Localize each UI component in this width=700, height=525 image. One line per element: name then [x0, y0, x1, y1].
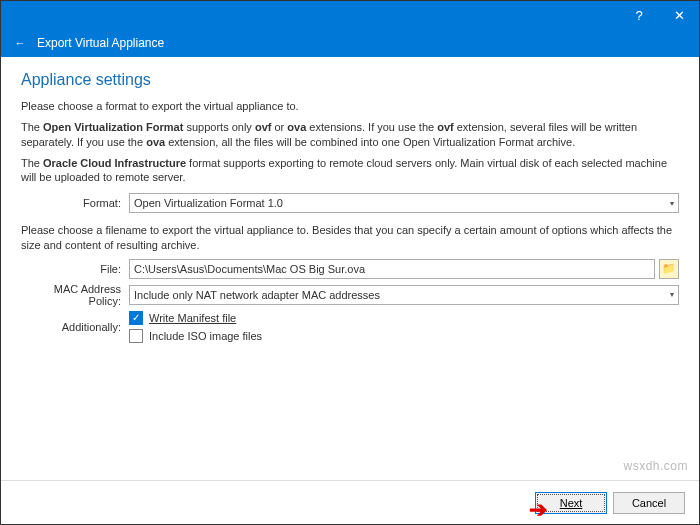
folder-icon: 📁 [662, 262, 676, 275]
intro-text-2: The Open Virtualization Format supports … [21, 120, 679, 150]
mac-policy-value: Include only NAT network adapter MAC add… [134, 289, 380, 301]
content-area: Appliance settings Please choose a forma… [1, 57, 699, 480]
cancel-button[interactable]: Cancel [613, 492, 685, 514]
format-select[interactable]: Open Virtualization Format 1.0 ▾ [129, 193, 679, 213]
titlebar: ? ✕ [1, 1, 699, 29]
mac-policy-label: MAC Address Policy: [21, 283, 129, 307]
export-dialog: ? ✕ ← Export Virtual Appliance Appliance… [0, 0, 700, 525]
include-iso-label[interactable]: Include ISO image files [149, 330, 262, 342]
help-button[interactable]: ? [619, 1, 659, 29]
intro-text-3: The Oracle Cloud Infrastructure format s… [21, 156, 679, 186]
file-input[interactable]: C:\Users\Asus\Documents\Mac OS Big Sur.o… [129, 259, 655, 279]
intro-text-1: Please choose a format to export the vir… [21, 99, 679, 114]
chevron-down-icon: ▾ [670, 199, 674, 208]
additionally-label: Additionally: [21, 321, 129, 333]
write-manifest-checkbox[interactable]: ✓ [129, 311, 143, 325]
check-icon: ✓ [132, 313, 140, 323]
chevron-down-icon: ▾ [670, 290, 674, 299]
dialog-title: Export Virtual Appliance [37, 36, 164, 50]
navbar: ← Export Virtual Appliance [1, 29, 699, 57]
back-icon[interactable]: ← [9, 32, 31, 54]
file-label: File: [21, 263, 129, 275]
format-value: Open Virtualization Format 1.0 [134, 197, 283, 209]
watermark: wsxdh.com [623, 459, 688, 473]
include-iso-checkbox[interactable] [129, 329, 143, 343]
browse-button[interactable]: 📁 [659, 259, 679, 279]
filename-hint: Please choose a filename to export the v… [21, 223, 679, 253]
next-button[interactable]: Next [535, 492, 607, 514]
footer: ➔ Next Cancel [1, 480, 699, 524]
close-button[interactable]: ✕ [659, 1, 699, 29]
format-label: Format: [21, 197, 129, 209]
mac-policy-select[interactable]: Include only NAT network adapter MAC add… [129, 285, 679, 305]
section-heading: Appliance settings [21, 71, 679, 89]
write-manifest-label[interactable]: Write Manifest file [149, 312, 236, 324]
